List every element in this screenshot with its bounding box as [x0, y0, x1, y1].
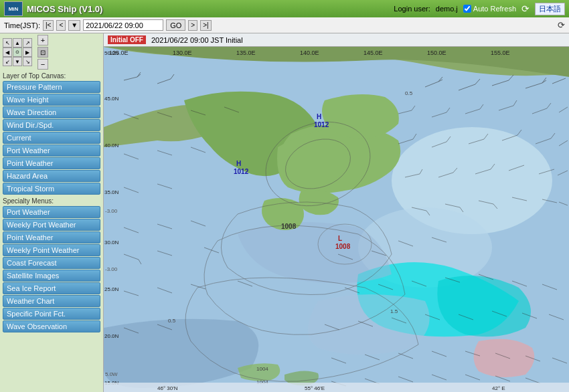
svg-text:25.0N: 25.0N — [104, 286, 119, 292]
go-button[interactable]: GO — [166, 19, 185, 31]
initial-off-badge: Initial OFF — [108, 35, 146, 44]
app-header: MiN MICOS Ship (V1.0) Login user: demo.j… — [0, 0, 569, 17]
specialty-btn-8[interactable]: Specific Point Fct. — [3, 308, 100, 320]
timebar: Time(JST): |< < ▼ GO > >| ⟳ — [0, 17, 569, 33]
svg-text:1008: 1008 — [335, 243, 351, 250]
layer-btn-4[interactable]: Current — [3, 132, 100, 144]
pan-up-right-btn[interactable]: ↗ — [23, 38, 32, 47]
svg-text:30.0N: 30.0N — [104, 239, 119, 246]
app-title: MICOS Ship (V1.0) — [27, 4, 102, 14]
logo-text: MiN — [9, 6, 19, 12]
svg-text:155.0E: 155.0E — [491, 50, 510, 56]
svg-text:150.0E: 150.0E — [427, 50, 446, 56]
specialty-btn-7[interactable]: Weather Chart — [3, 295, 100, 307]
nav-end-button[interactable]: >| — [200, 20, 211, 31]
map-pan-controls: ↖ ▲ ↗ ◀ ⊙ ▶ ↙ ▼ ↘ — [3, 38, 32, 66]
map-container[interactable]: Initial OFF 2021/06/22 09:00 JST Initial — [104, 33, 569, 392]
svg-text:1012: 1012 — [234, 168, 249, 175]
specialty-btn-2[interactable]: Point Weather — [3, 231, 100, 243]
svg-text:42° E: 42° E — [492, 385, 505, 391]
svg-text:1004: 1004 — [256, 366, 268, 372]
nav-start-button[interactable]: |< — [43, 20, 54, 31]
specialty-buttons-group: Port WeatherWeekly Port WeatherPoint Wea… — [0, 206, 103, 332]
canvas-bar: Initial OFF 2021/06/22 09:00 JST Initial — [104, 33, 569, 47]
zoom-fit-btn[interactable]: ⊡ — [37, 47, 48, 58]
svg-text:55° 46'E: 55° 46'E — [305, 385, 325, 391]
zoom-controls: + ⊡ − — [37, 35, 48, 70]
header-left: MiN MICOS Ship (V1.0) — [4, 1, 102, 16]
layer-btn-0[interactable]: Pressure Pattern — [3, 81, 100, 93]
specialty-section-label: Specialty Menus: — [0, 195, 103, 205]
refresh-icon[interactable]: ⟳ — [521, 3, 530, 14]
svg-text:1008: 1008 — [281, 223, 297, 230]
specialty-btn-0[interactable]: Port Weather — [3, 206, 100, 218]
specialty-btn-3[interactable]: Weekly Point Weather — [3, 244, 100, 256]
svg-text:H: H — [236, 160, 241, 167]
nav-next-button[interactable]: > — [188, 20, 197, 31]
main-layout: ↖ ▲ ↗ ◀ ⊙ ▶ ↙ ▼ ↘ + ⊡ − — [0, 33, 569, 392]
specialty-btn-1[interactable]: Weekly Port Weather — [3, 219, 100, 231]
pan-left-btn[interactable]: ◀ — [3, 47, 12, 57]
svg-text:140.0E: 140.0E — [300, 50, 319, 56]
layer-btn-2[interactable]: Wave Direction — [3, 106, 100, 118]
specialty-btn-6[interactable]: Sea Ice Report — [3, 282, 100, 294]
layer-section-label: Layer of Top Canvas: — [0, 70, 103, 80]
pan-center-btn[interactable]: ⊙ — [13, 47, 22, 57]
time-input[interactable] — [83, 19, 163, 31]
pan-right-btn[interactable]: ▶ — [23, 47, 32, 57]
pan-up-left-btn[interactable]: ↖ — [3, 38, 12, 47]
login-user-value: demo.j — [436, 5, 458, 13]
specialty-btn-4[interactable]: Coast Forecast — [3, 257, 100, 269]
svg-text:0.5: 0.5 — [405, 90, 413, 96]
pan-down-left-btn[interactable]: ↙ — [3, 57, 12, 66]
svg-text:-3.00: -3.00 — [105, 266, 118, 272]
layer-btn-7[interactable]: Hazard Area — [3, 170, 100, 182]
nav-prev-button[interactable]: < — [56, 20, 66, 31]
pan-up-btn[interactable]: ▲ — [13, 38, 22, 47]
layer-btn-1[interactable]: Wave Height — [3, 94, 100, 106]
svg-text:145.0E: 145.0E — [363, 50, 383, 56]
app-logo: MiN — [4, 1, 23, 16]
svg-text:5.0W: 5.0W — [105, 371, 118, 377]
svg-text:50.0N: 50.0N — [104, 50, 119, 56]
pan-down-right-btn[interactable]: ↘ — [23, 57, 32, 66]
canvas-timestamp: 2021/06/22 09:00 JST Initial — [151, 36, 243, 44]
svg-text:0.5: 0.5 — [168, 318, 176, 324]
zoom-out-btn[interactable]: − — [37, 59, 48, 70]
language-button[interactable]: 日本語 — [535, 3, 565, 15]
svg-text:40.0N: 40.0N — [104, 142, 119, 149]
svg-text:20.0N: 20.0N — [104, 333, 119, 339]
svg-text:45.0N: 45.0N — [104, 96, 119, 102]
svg-text:1012: 1012 — [314, 121, 329, 128]
timebar-label: Time(JST): — [4, 21, 40, 29]
svg-text:H: H — [317, 113, 321, 120]
layer-btn-8[interactable]: Tropical Storm — [3, 183, 100, 195]
sidebar-top-controls: ↖ ▲ ↗ ◀ ⊙ ▶ ↙ ▼ ↘ + ⊡ − — [0, 33, 103, 70]
auto-refresh-text: Auto Refresh — [473, 5, 516, 13]
pan-down-btn[interactable]: ▼ — [13, 57, 22, 66]
sidebar: ↖ ▲ ↗ ◀ ⊙ ▶ ↙ ▼ ↘ + ⊡ − — [0, 33, 104, 392]
map-svg[interactable]: 125.0E 130.0E 135.0E 140.0E 145.0E 150.0… — [104, 47, 569, 392]
specialty-btn-5[interactable]: Satellite Images — [3, 270, 100, 282]
svg-text:35.0N: 35.0N — [104, 189, 119, 195]
map-refresh-icon[interactable]: ⟳ — [558, 20, 565, 30]
svg-text:1.5: 1.5 — [390, 308, 398, 314]
layer-btn-6[interactable]: Point Weather — [3, 157, 100, 169]
svg-text:-3.00: -3.00 — [105, 208, 118, 214]
svg-text:L: L — [338, 235, 342, 242]
login-label: Login user: — [394, 5, 430, 13]
nav-down-button[interactable]: ▼ — [68, 20, 80, 31]
auto-refresh-label[interactable]: Auto Refresh — [463, 5, 516, 13]
svg-text:130.0E: 130.0E — [173, 50, 192, 56]
layer-buttons-group: Pressure PatternWave HeightWave Directio… — [0, 81, 103, 195]
zoom-in-btn[interactable]: + — [37, 35, 48, 45]
svg-text:135.0E: 135.0E — [236, 50, 256, 56]
specialty-btn-9[interactable]: Wave Observation — [3, 320, 100, 332]
layer-btn-3[interactable]: Wind Dir./Spd. — [3, 119, 100, 131]
header-right: Login user: demo.j Auto Refresh ⟳ 日本語 — [394, 3, 565, 15]
layer-btn-5[interactable]: Port Weather — [3, 144, 100, 157]
auto-refresh-checkbox[interactable] — [463, 5, 471, 13]
svg-text:46° 30'N: 46° 30'N — [157, 385, 178, 391]
